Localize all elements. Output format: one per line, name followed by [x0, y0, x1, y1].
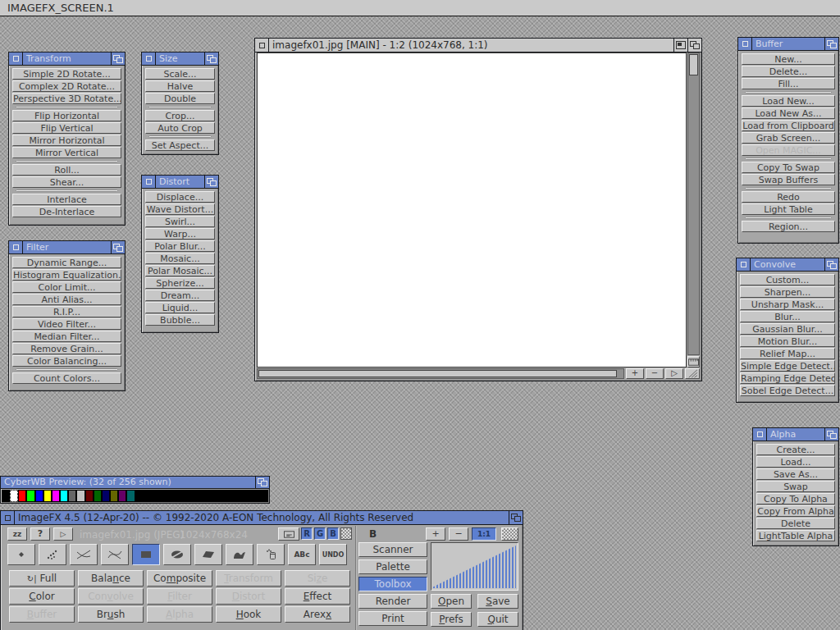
fill-tool[interactable]	[257, 544, 285, 565]
zoom-one-to-one-button[interactable]: 1:1	[472, 527, 496, 541]
effect-button[interactable]: Effect	[285, 588, 350, 605]
filter-button[interactable]: Filter	[147, 588, 212, 605]
balance-button[interactable]: Balance	[78, 570, 144, 587]
close-icon[interactable]	[737, 258, 751, 271]
panel-button[interactable]: Load New As...	[742, 107, 835, 119]
palette-swatch[interactable]	[102, 490, 110, 502]
depth-icon[interactable]	[824, 258, 838, 271]
panel-button[interactable]: Fill...	[742, 78, 835, 89]
buffer-titlebar[interactable]: Buffer	[738, 38, 838, 51]
panel-button[interactable]: New...	[742, 53, 835, 65]
panel-button[interactable]: Spherize...	[145, 277, 215, 289]
depth-icon[interactable]	[111, 52, 125, 65]
brush-button[interactable]: Brush	[78, 606, 144, 623]
depth-icon[interactable]	[204, 176, 218, 188]
palette-swatch[interactable]	[118, 490, 126, 502]
panel-button[interactable]: Delete...	[742, 66, 835, 77]
zoom-in-button[interactable]: +	[626, 368, 644, 379]
distort-titlebar[interactable]: Distort	[142, 176, 218, 189]
color-button[interactable]: Color	[9, 588, 75, 605]
close-icon[interactable]	[142, 52, 156, 65]
horizontal-scrollbar[interactable]	[257, 368, 624, 379]
panel-button[interactable]: Crop...	[145, 110, 215, 121]
panel-button[interactable]: Roll...	[12, 164, 121, 176]
close-icon[interactable]	[738, 38, 752, 50]
panel-button[interactable]: Bubble...	[145, 314, 215, 326]
print-button[interactable]: Print	[358, 611, 427, 626]
color-swatch[interactable]	[340, 527, 352, 540]
panel-button[interactable]: Load from Clipboard	[742, 120, 835, 131]
panel-button[interactable]: Perspective 3D Rotate...	[12, 93, 121, 104]
panel-button[interactable]: Load New...	[742, 95, 835, 107]
preview-zoom-out-button[interactable]: −	[449, 527, 468, 541]
panel-button[interactable]: Copy To Swap	[742, 162, 835, 173]
panel-button[interactable]: Swap	[756, 481, 835, 492]
close-icon[interactable]	[142, 176, 156, 188]
palette-swatch[interactable]	[52, 490, 60, 502]
curve-tool[interactable]	[101, 544, 129, 565]
panel-button[interactable]: Simple Edge Detect...	[740, 360, 835, 372]
panel-button[interactable]: Ramping Edge Detect	[740, 372, 835, 384]
size-button[interactable]: Size	[285, 570, 350, 587]
panel-button[interactable]: Delete	[756, 518, 835, 529]
panel-button[interactable]: Remove Grain...	[12, 343, 121, 354]
main-titlebar[interactable]: ImageFX 4.5 (12-Apr-20) -- © 1992-2020 A…	[1, 511, 523, 525]
palette-swatch[interactable]	[76, 490, 84, 502]
panel-button[interactable]: Save As...	[756, 468, 835, 480]
panel-button[interactable]: Wave Distort...	[145, 203, 215, 215]
convolve-titlebar[interactable]: Convolve	[737, 258, 838, 272]
panel-button[interactable]: Unsharp Mask...	[740, 299, 835, 310]
panel-button[interactable]: Displace...	[145, 191, 215, 203]
palette-swatch[interactable]	[226, 490, 235, 502]
close-icon[interactable]	[753, 428, 767, 441]
close-icon[interactable]	[255, 39, 269, 52]
transform-button[interactable]: Transform	[216, 570, 281, 587]
panel-button[interactable]: Sobel Edge Detect...	[740, 385, 835, 396]
palette-swatch[interactable]	[160, 490, 168, 502]
palette-swatch[interactable]	[85, 490, 94, 502]
panel-button[interactable]: Sharpen...	[740, 286, 835, 298]
palette-swatch[interactable]	[252, 490, 260, 502]
panel-button[interactable]: Halve	[145, 80, 215, 92]
panel-button[interactable]: Complex 2D Rotate...	[12, 80, 121, 92]
palette-swatch[interactable]	[210, 490, 218, 502]
panel-button[interactable]: Open MAGIC...	[742, 144, 835, 156]
palette-swatch[interactable]	[152, 490, 160, 502]
blue-channel-button[interactable]: B	[327, 527, 339, 540]
palette-swatch[interactable]	[218, 490, 226, 502]
panel-button[interactable]: Color Balancing...	[12, 355, 121, 367]
save-button[interactable]: Save	[477, 594, 518, 609]
panel-button[interactable]: R.I.P...	[12, 306, 121, 317]
zoom-out-button[interactable]: −	[646, 368, 664, 379]
palette-swatch[interactable]	[43, 490, 52, 502]
point-tool[interactable]	[7, 544, 35, 565]
panel-button[interactable]: Swap Buffers	[742, 174, 835, 185]
screen-mode-icon[interactable]	[278, 527, 299, 541]
palette-swatch[interactable]	[135, 490, 144, 502]
depth-icon[interactable]	[509, 511, 523, 524]
oval-tool[interactable]	[163, 544, 191, 565]
sleep-button[interactable]: zz	[7, 527, 27, 541]
palette-button[interactable]: Palette	[358, 559, 427, 574]
panel-button[interactable]: Relief Map...	[740, 348, 835, 359]
panel-button[interactable]: Blur...	[740, 311, 835, 322]
image-window-titlebar[interactable]: imagefx01.jpg [MAIN] - 1:2 (1024x768, 1:…	[255, 39, 701, 52]
distort-button[interactable]: Distort	[216, 588, 281, 605]
palette-swatch[interactable]	[35, 490, 43, 502]
alpha-titlebar[interactable]: Alpha	[753, 428, 838, 441]
panel-button[interactable]: Copy From Alpha	[756, 505, 835, 517]
image-canvas[interactable]	[257, 52, 687, 368]
arexx-button[interactable]: Arexx	[285, 606, 350, 623]
hook-button[interactable]: Hook	[216, 606, 281, 623]
depth-icon[interactable]	[687, 39, 701, 52]
palette-swatch[interactable]	[144, 490, 152, 502]
vertical-scrollbar-knob[interactable]	[689, 54, 698, 75]
pan-arrow-button[interactable]: ▷	[665, 368, 683, 379]
vertical-scrollbar[interactable]	[687, 52, 700, 355]
palette-swatch[interactable]	[126, 490, 135, 502]
resize-handle-icon[interactable]	[685, 368, 700, 379]
palette-swatch[interactable]	[194, 490, 202, 502]
freehand-tool[interactable]	[226, 544, 253, 565]
panel-button[interactable]: Scale...	[145, 68, 215, 80]
prefs-button[interactable]: Prefs	[431, 612, 472, 627]
